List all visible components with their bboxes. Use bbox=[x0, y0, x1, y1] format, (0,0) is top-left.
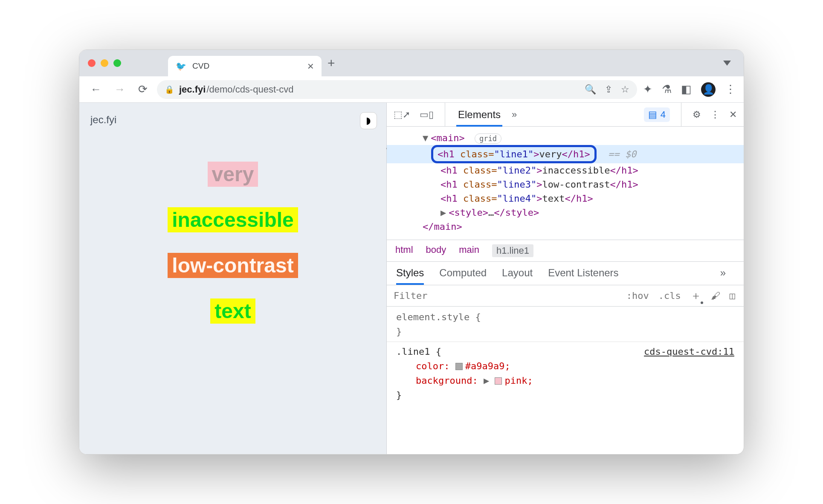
settings-icon[interactable]: ⚙ bbox=[693, 109, 701, 120]
heading-line2: inaccessible bbox=[168, 207, 298, 232]
devtools-menu-icon[interactable]: ⋮ bbox=[710, 109, 720, 120]
toolbar: ← → ⟳ 🔒 jec.fyi /demo/cds-quest-cvd 🔍 ⇪ … bbox=[79, 76, 744, 103]
dom-node-line4[interactable]: <h1 class="line4">text</h1> bbox=[396, 191, 744, 206]
paint-icon[interactable]: 🖌 bbox=[711, 290, 720, 301]
tab-title: CVD bbox=[192, 61, 209, 71]
crumb-html[interactable]: html bbox=[395, 244, 413, 257]
hov-toggle[interactable]: :hov bbox=[626, 290, 649, 301]
subtab-layout[interactable]: Layout bbox=[502, 267, 533, 285]
crumb-selected[interactable]: h1.line1 bbox=[492, 244, 533, 257]
crumb-main[interactable]: main bbox=[459, 244, 479, 257]
forward-button[interactable]: → bbox=[111, 80, 129, 98]
lock-icon: 🔒 bbox=[165, 85, 174, 94]
devtools-panel: ⬚➚ ▭▯ Elements » ▤ 4 ⚙ ⋮ ✕ ⋯ ▼<main> bbox=[386, 103, 744, 454]
page-viewport: jec.fyi ◗ very inaccessible low-contrast… bbox=[79, 103, 386, 454]
rule-close-brace: } bbox=[396, 324, 734, 339]
menu-icon[interactable]: ⋮ bbox=[725, 83, 736, 96]
dom-node-line3[interactable]: <h1 class="line3">low-contrast</h1> bbox=[396, 177, 744, 191]
dom-node-main[interactable]: ▼<main> grid bbox=[396, 131, 744, 145]
rule-close-brace: } bbox=[396, 388, 734, 403]
dom-node-style[interactable]: ▶<style>…</style> bbox=[396, 206, 744, 220]
subtab-eventlisteners[interactable]: Event Listeners bbox=[548, 267, 618, 285]
color-swatch-icon[interactable] bbox=[495, 377, 502, 385]
address-bar[interactable]: 🔒 jec.fyi /demo/cds-quest-cvd 🔍 ⇪ ☆ bbox=[157, 80, 637, 99]
color-swatch-icon[interactable] bbox=[455, 363, 463, 370]
url-host: jec.fyi bbox=[179, 84, 206, 95]
extensions-icon[interactable]: ✦ bbox=[643, 83, 652, 96]
computed-sidebar-icon[interactable]: ◫ bbox=[730, 290, 735, 301]
rule-selector[interactable]: .line1 { bbox=[396, 346, 441, 357]
labs-icon[interactable]: ⚗ bbox=[662, 83, 672, 96]
new-style-rule-button[interactable]: ＋ bbox=[690, 288, 701, 303]
dom-node-main-close[interactable]: </main> bbox=[396, 220, 744, 234]
styles-rules[interactable]: element.style { } cds-quest-cvd:11 .line… bbox=[387, 307, 744, 410]
rule-element-style[interactable]: element.style { bbox=[396, 310, 734, 324]
crumb-body[interactable]: body bbox=[426, 244, 446, 257]
new-tab-button[interactable]: + bbox=[327, 56, 335, 70]
styles-filter-bar: :hov .cls ＋ 🖌 ◫ bbox=[387, 285, 744, 307]
close-tab-icon[interactable]: × bbox=[307, 60, 314, 73]
tabs-overflow-icon[interactable]: » bbox=[512, 109, 517, 120]
dom-node-line1-selected[interactable]: <h1 class="line1">very</h1> == $0 bbox=[387, 145, 744, 163]
theme-toggle-button[interactable]: ◗ bbox=[360, 112, 377, 129]
browser-tab[interactable]: 🐦 CVD × bbox=[168, 56, 322, 76]
moon-icon: ◗ bbox=[366, 115, 371, 126]
profile-avatar[interactable]: 👤 bbox=[701, 82, 716, 97]
window-controls bbox=[88, 59, 121, 67]
subtab-computed[interactable]: Computed bbox=[439, 267, 487, 285]
back-button[interactable]: ← bbox=[87, 80, 105, 98]
url-path: /demo/cds-quest-cvd bbox=[206, 84, 293, 95]
device-toggle-icon[interactable]: ▭▯ bbox=[420, 109, 434, 120]
chat-icon: ▤ bbox=[648, 109, 657, 120]
issues-count: 4 bbox=[661, 109, 666, 120]
heading-line1: very bbox=[208, 162, 258, 187]
bookmark-icon[interactable]: ☆ bbox=[621, 84, 629, 95]
subtabs-overflow-icon[interactable]: » bbox=[720, 267, 734, 285]
content-area: jec.fyi ◗ very inaccessible low-contrast… bbox=[79, 103, 744, 454]
issues-badge[interactable]: ▤ 4 bbox=[644, 107, 670, 122]
browser-window: 🐦 CVD × + ← → ⟳ 🔒 jec.fyi /demo/cds-ques… bbox=[79, 49, 744, 455]
tab-overflow-icon[interactable] bbox=[723, 61, 731, 66]
selected-node-ref: == $0 bbox=[608, 149, 636, 159]
close-window-button[interactable] bbox=[88, 59, 96, 67]
reload-button[interactable]: ⟳ bbox=[135, 80, 151, 98]
elements-tree[interactable]: ⋯ ▼<main> grid <h1 class="line1">very</h… bbox=[387, 127, 744, 240]
sidepanel-icon[interactable]: ◧ bbox=[681, 83, 692, 96]
decl-background[interactable]: background: ▶ pink; bbox=[396, 374, 734, 388]
zoom-window-button[interactable] bbox=[113, 59, 121, 67]
inspect-icon[interactable]: ⬚➚ bbox=[394, 109, 410, 120]
heading-line4: text bbox=[210, 298, 255, 324]
page-content: very inaccessible low-contrast text bbox=[168, 162, 298, 324]
devtools-toolbar: ⬚➚ ▭▯ Elements » ▤ 4 ⚙ ⋮ ✕ bbox=[387, 103, 744, 127]
cls-toggle[interactable]: .cls bbox=[658, 290, 681, 301]
share-icon[interactable]: ⇪ bbox=[605, 84, 612, 95]
heading-line3: low-contrast bbox=[168, 253, 298, 278]
minimize-window-button[interactable] bbox=[101, 59, 108, 67]
subtab-styles[interactable]: Styles bbox=[396, 267, 424, 285]
tab-favicon: 🐦 bbox=[176, 61, 186, 71]
page-origin-label: jec.fyi bbox=[90, 114, 116, 126]
grid-badge[interactable]: grid bbox=[475, 133, 501, 144]
decl-color[interactable]: color: #a9a9a9; bbox=[396, 359, 734, 374]
extension-icons: ✦ ⚗ ◧ 👤 ⋮ bbox=[643, 82, 736, 97]
devtools-close-icon[interactable]: ✕ bbox=[729, 109, 737, 120]
zoom-icon[interactable]: 🔍 bbox=[585, 84, 596, 95]
title-bar: 🐦 CVD × + bbox=[79, 50, 744, 76]
styles-subtabs: Styles Computed Layout Event Listeners » bbox=[387, 262, 744, 285]
tab-elements[interactable]: Elements bbox=[456, 109, 502, 127]
dom-node-line2[interactable]: <h1 class="line2">inaccessible</h1> bbox=[396, 163, 744, 177]
styles-filter-input[interactable] bbox=[387, 285, 618, 306]
rule-source-link[interactable]: cds-quest-cvd:11 bbox=[644, 345, 734, 359]
dom-breadcrumbs: html body main h1.line1 bbox=[387, 240, 744, 262]
